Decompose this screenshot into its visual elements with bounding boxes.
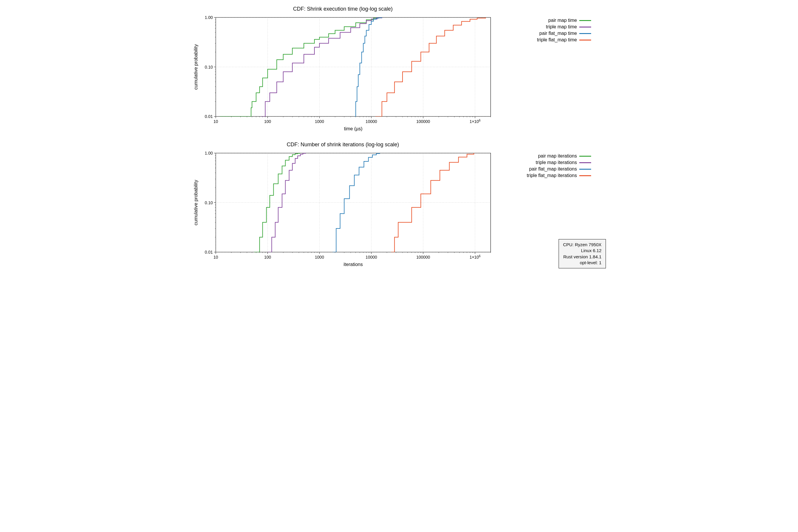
legend-swatch: [579, 162, 591, 163]
svg-text:100: 100: [264, 255, 271, 260]
legend-item: pair map time: [502, 18, 591, 23]
legend-swatch: [579, 156, 591, 157]
chart-title-0: CDF: Shrink execution time (log-log scal…: [192, 6, 494, 12]
legend-item: triple map time: [502, 24, 591, 30]
chart-row-0: CDF: Shrink execution time (log-log scal…: [192, 6, 606, 133]
legend-label: pair map iterations: [538, 153, 577, 159]
info-line: Rust version 1.84.1: [563, 254, 602, 260]
chart-row-1: CDF: Number of shrink iterations (log-lo…: [192, 141, 606, 268]
info-line: CPU: Ryzen 7950X: [563, 242, 602, 248]
legend-swatch: [579, 175, 591, 176]
svg-text:1.00: 1.00: [205, 151, 213, 155]
svg-text:0.10: 0.10: [205, 201, 213, 205]
info-line: Linux 6.12: [563, 248, 602, 253]
legend-item: triple flat_map time: [502, 37, 591, 42]
legend-label: triple flat_map iterations: [527, 173, 577, 178]
legend-1: pair map iterationstriple map iterations…: [494, 141, 591, 179]
legend-swatch: [579, 33, 591, 34]
legend-item: pair map iterations: [502, 153, 591, 159]
legend-item: pair flat_map time: [502, 31, 591, 36]
svg-text:10000: 10000: [366, 255, 377, 260]
figure-container: CDF: Shrink execution time (log-log scal…: [192, 6, 606, 268]
svg-text:1×106: 1×106: [470, 254, 481, 260]
legend-item: triple flat_map iterations: [502, 173, 591, 178]
svg-text:10: 10: [213, 255, 218, 260]
svg-text:time (µs): time (µs): [344, 126, 363, 131]
svg-text:0.10: 0.10: [205, 65, 213, 70]
svg-text:100000: 100000: [416, 119, 430, 124]
svg-text:cumulative probability: cumulative probability: [193, 180, 198, 226]
svg-text:100: 100: [264, 119, 271, 124]
svg-text:10: 10: [213, 119, 218, 124]
legend-item: pair flat_map iterations: [502, 166, 591, 172]
svg-text:1000: 1000: [315, 119, 324, 124]
legend-swatch: [579, 40, 591, 40]
svg-text:cumulative probability: cumulative probability: [193, 44, 198, 90]
svg-text:10000: 10000: [366, 119, 377, 124]
legend-label: pair map time: [548, 18, 577, 23]
legend-item: triple map iterations: [502, 160, 591, 165]
svg-text:iterations: iterations: [344, 262, 363, 267]
svg-text:0.01: 0.01: [205, 250, 213, 254]
chart-svg-0: 101001000100001000001×1060.010.101.00tim…: [192, 15, 494, 133]
svg-text:1000: 1000: [315, 255, 324, 260]
legend-0: pair map timetriple map timepair flat_ma…: [494, 6, 591, 44]
svg-text:1.00: 1.00: [205, 15, 213, 20]
legend-swatch: [579, 26, 591, 27]
legend-label: triple map iterations: [535, 160, 577, 165]
legend-label: pair flat_map iterations: [529, 166, 577, 172]
legend-swatch: [579, 20, 591, 21]
svg-text:1×106: 1×106: [470, 119, 481, 124]
legend-label: pair flat_map time: [539, 31, 577, 36]
info-line: opt-level: 1: [563, 260, 602, 266]
system-info-box: CPU: Ryzen 7950X Linux 6.12 Rust version…: [558, 239, 606, 268]
legend-label: triple map time: [546, 24, 577, 30]
legend-label: triple flat_map time: [537, 37, 577, 42]
chart-title-1: CDF: Number of shrink iterations (log-lo…: [192, 141, 494, 148]
svg-text:100000: 100000: [416, 255, 430, 260]
svg-text:0.01: 0.01: [205, 114, 213, 119]
legend-swatch: [579, 169, 591, 170]
chart-svg-1: 101001000100001000001×1060.010.101.00ite…: [192, 150, 494, 268]
